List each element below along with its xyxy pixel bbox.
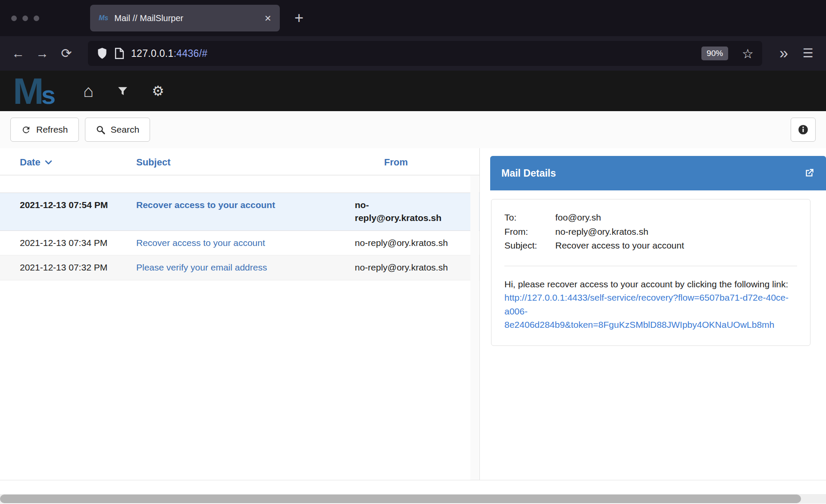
mail-subject-link[interactable]: Recover access to your account <box>116 236 334 249</box>
horizontal-scrollbar-thumb[interactable] <box>0 495 801 503</box>
bookmark-star-icon[interactable]: ☆ <box>742 46 754 61</box>
from-label: From: <box>504 225 555 239</box>
window-control-dot[interactable] <box>22 16 28 21</box>
divider <box>504 266 797 266</box>
footer-divider <box>0 480 826 480</box>
logo-letter-m: M <box>13 72 42 109</box>
mail-details-title: Mail Details <box>501 168 556 179</box>
logo-letter-s: s <box>41 82 56 108</box>
app-navigation: ⌂ ⚙ <box>83 82 164 100</box>
shield-icon[interactable] <box>97 47 108 59</box>
mail-body: Hi, please recover access to your accoun… <box>504 277 797 332</box>
list-scrollbar[interactable] <box>470 176 479 480</box>
open-external-icon[interactable] <box>804 168 815 179</box>
from-value: no-reply@ory.kratos.sh <box>555 225 648 239</box>
forward-button[interactable]: → <box>30 47 54 60</box>
overflow-chevrons-icon[interactable]: » <box>772 46 796 61</box>
browser-tab[interactable]: Ms Mail // MailSlurper × <box>90 5 280 31</box>
new-tab-button[interactable]: + <box>294 9 303 27</box>
mail-from: no-reply@ory.kratos.sh <box>334 236 479 249</box>
refresh-button[interactable]: Refresh <box>10 118 79 142</box>
mail-row[interactable]: 2021-12-13 07:32 PM Please verify your e… <box>0 255 479 280</box>
window-controls <box>11 16 39 21</box>
mail-list-header: Date Subject From <box>0 157 479 175</box>
zoom-level-badge[interactable]: 90% <box>701 47 728 60</box>
mail-subject-link[interactable]: Please verify your email address <box>116 261 334 274</box>
url-text: 127.0.0.1:4436/# <box>131 48 207 59</box>
mail-body-text: Hi, please recover access to your accoun… <box>504 279 788 289</box>
url-port-path: :4436/# <box>174 48 208 59</box>
main-content: Date Subject From 2021-12-13 07:54 PM Re… <box>0 148 826 480</box>
refresh-icon <box>21 125 31 135</box>
recovery-link[interactable]: http://127.0.0.1:4433/self-service/recov… <box>504 292 788 330</box>
horizontal-scrollbar[interactable] <box>0 494 826 504</box>
mail-subject-link[interactable]: Recover access to your account <box>116 199 334 225</box>
column-header-subject: Subject <box>116 157 334 168</box>
reload-button[interactable]: ⟳ <box>54 47 78 60</box>
mail-from: no-reply@ory.kratos.sh <box>334 199 479 225</box>
mail-from: no-reply@ory.kratos.sh <box>334 261 479 274</box>
to-label: To: <box>504 211 555 225</box>
filter-icon[interactable] <box>118 86 128 96</box>
search-icon <box>96 125 106 135</box>
mail-list-body: 2021-12-13 07:54 PM Recover access to yo… <box>0 193 479 280</box>
mail-date: 2021-12-13 07:32 PM <box>0 261 116 274</box>
sort-descending-icon <box>45 160 52 165</box>
search-label: Search <box>111 124 140 135</box>
tab-close-icon[interactable]: × <box>265 12 271 24</box>
subject-label: Subject: <box>504 239 555 253</box>
mail-list-pane: Date Subject From 2021-12-13 07:54 PM Re… <box>0 148 480 480</box>
column-header-date[interactable]: Date <box>0 157 116 168</box>
mailslurper-favicon-icon: Ms <box>99 14 108 22</box>
mail-date: 2021-12-13 07:34 PM <box>0 236 116 249</box>
column-header-from: From <box>334 157 479 168</box>
mail-meta: To: foo@ory.sh From: no-reply@ory.kratos… <box>504 211 797 253</box>
mail-row-selected[interactable]: 2021-12-13 07:54 PM Recover access to yo… <box>0 193 479 231</box>
back-button[interactable]: ← <box>6 47 30 60</box>
url-host: 127.0.0.1 <box>131 48 174 59</box>
hamburger-menu-icon[interactable]: ☰ <box>796 47 820 59</box>
info-icon <box>798 124 809 135</box>
home-icon[interactable]: ⌂ <box>83 82 94 100</box>
browser-navbar: ← → ⟳ 127.0.0.1:4436/# 90% ☆ » ☰ <box>0 36 826 71</box>
mail-row[interactable]: 2021-12-13 07:34 PM Recover access to yo… <box>0 231 479 255</box>
info-button[interactable] <box>791 118 816 142</box>
mail-details-card: To: foo@ory.sh From: no-reply@ory.kratos… <box>491 199 810 346</box>
mailslurper-header: M s ⌂ ⚙ <box>0 71 826 111</box>
window-control-dot[interactable] <box>11 16 17 21</box>
refresh-label: Refresh <box>36 124 68 135</box>
mail-details-pane: Mail Details To: foo@ory.sh From: no-rep… <box>480 148 826 480</box>
mail-details-header: Mail Details <box>490 156 826 190</box>
date-header-label: Date <box>20 157 41 168</box>
settings-gear-icon[interactable]: ⚙ <box>152 84 164 98</box>
mail-date: 2021-12-13 07:54 PM <box>0 199 116 225</box>
to-value: foo@ory.sh <box>555 211 601 225</box>
url-bar[interactable]: 127.0.0.1:4436/# 90% ☆ <box>88 41 762 66</box>
tab-title: Mail // MailSlurper <box>114 13 259 23</box>
window-control-dot[interactable] <box>34 16 39 21</box>
page-info-icon[interactable] <box>115 47 124 59</box>
mailslurper-logo: M s <box>13 72 56 109</box>
search-button[interactable]: Search <box>85 118 150 142</box>
browser-tab-bar: Ms Mail // MailSlurper × + <box>0 0 826 36</box>
toolbar: Refresh Search <box>0 111 826 148</box>
subject-value: Recover access to your account <box>555 239 684 253</box>
